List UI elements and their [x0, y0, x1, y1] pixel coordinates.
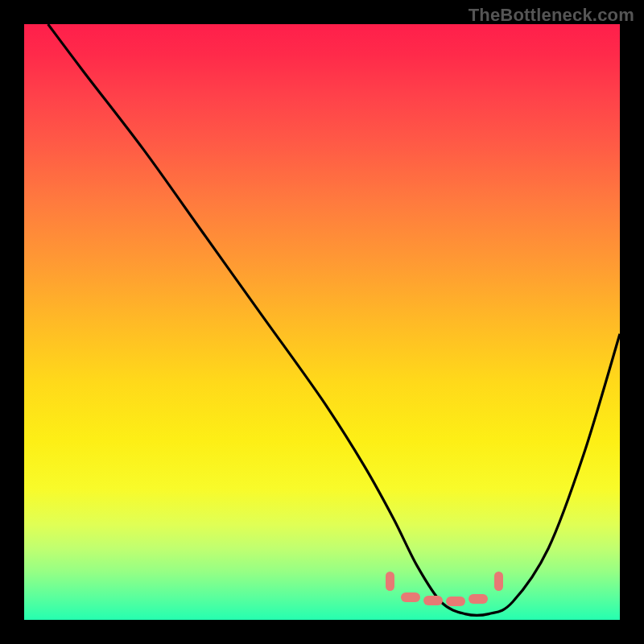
optimal-range-start-marker	[386, 572, 394, 591]
chart-frame: TheBottleneck.com	[0, 0, 644, 644]
optimal-range-floor-marker	[469, 594, 488, 604]
plot-area	[24, 24, 620, 620]
optimal-range-floor-marker	[423, 596, 443, 605]
optimal-range-floor-marker	[446, 597, 465, 606]
optimal-range-markers	[24, 24, 620, 620]
optimal-range-end-marker	[494, 572, 503, 591]
optimal-range-floor-marker	[401, 592, 420, 602]
watermark-text: TheBottleneck.com	[469, 5, 634, 26]
